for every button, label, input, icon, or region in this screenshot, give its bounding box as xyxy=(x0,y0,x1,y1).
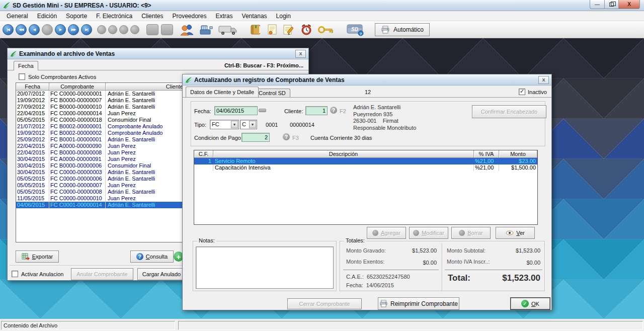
nav-first-button[interactable]: |◀ xyxy=(3,24,14,35)
ver-button[interactable]: Ver xyxy=(496,227,535,239)
col-descripcion[interactable]: Descripción xyxy=(213,150,474,158)
solo-activos-checkbox[interactable] xyxy=(19,73,25,80)
cliente-input[interactable]: 1 xyxy=(305,106,328,115)
borrar-button[interactable]: Borrar xyxy=(451,227,491,239)
edit-note-icon[interactable] xyxy=(282,24,295,36)
col-fecha[interactable]: Fecha xyxy=(16,83,49,91)
menu-item-login[interactable]: Login xyxy=(272,12,295,21)
nav-center-button[interactable] xyxy=(42,24,53,35)
menu-item-f-electr-nica[interactable]: F. Electrónica xyxy=(92,12,137,21)
condicion-help-icon[interactable]: ? xyxy=(283,133,290,140)
sales-row[interactable]: 04/06/2015FC C0001-00000014Adrián E. San… xyxy=(16,202,185,208)
col-comprobante[interactable]: Comprobante xyxy=(49,83,106,91)
sales-row[interactable]: 05/05/2015FC C0000-00000008Adrián E. San… xyxy=(16,189,185,195)
menu-item-extras[interactable]: Extras xyxy=(211,12,237,21)
nav-back-button[interactable]: ◀ xyxy=(29,24,40,35)
cae-line: C.A.E.: 65230252247580 xyxy=(346,274,410,280)
menu-item-general[interactable]: General xyxy=(2,12,33,21)
sales-row[interactable]: 11/05/2015FC C0000-00000010Juan Perez xyxy=(16,195,185,202)
sales-row[interactable]: 30/04/2015FC C0000-00000003Adrián E. San… xyxy=(16,169,185,176)
clients-icon[interactable] xyxy=(180,24,195,36)
info-button[interactable] xyxy=(108,25,117,34)
notas-textarea[interactable] xyxy=(196,246,334,289)
col-monto[interactable]: Monto xyxy=(499,150,537,158)
totales-group: Totales: Monto Gravado: $1,523.00 Monto … xyxy=(340,241,545,291)
certificate-icon[interactable] xyxy=(266,24,278,36)
gray-button-2[interactable] xyxy=(130,25,139,34)
tab-fecha[interactable]: Fecha xyxy=(14,61,38,70)
confirmar-encabezado-button[interactable]: Confirmar Encabezado xyxy=(472,105,546,118)
date-picker-icon[interactable] xyxy=(259,109,266,112)
reimprimir-button[interactable]: Reimprimir Comprobante xyxy=(378,297,459,310)
close-button[interactable]: X xyxy=(619,0,640,9)
consulta-button[interactable]: ? Consulta xyxy=(130,251,174,263)
sales-row[interactable]: 27/09/2012FC B0000-00000010Adrián E. San… xyxy=(16,104,185,110)
sales-row[interactable]: 05/05/2015FC C0000-00000018Consumidor Fi… xyxy=(16,117,185,123)
sales-row[interactable]: 22/04/2015FC A0000-00000090Juan Perez xyxy=(16,143,185,149)
menu-item-proveedores[interactable]: Proveedores xyxy=(168,12,211,21)
sales-row[interactable]: 05/05/2015FC C0000-00000006Adrián E. San… xyxy=(16,176,185,182)
address-book-icon[interactable] xyxy=(249,24,262,36)
exportar-button[interactable]: Exportar xyxy=(16,251,59,263)
activar-anulacion-checkbox[interactable] xyxy=(12,271,18,277)
detail-row[interactable]: 1Servicio Remoto%21,00$23.00 xyxy=(194,158,537,164)
agregar-button[interactable]: Agregar xyxy=(367,227,406,239)
sales-close-button[interactable]: X xyxy=(295,50,306,58)
detail-row[interactable]: Capacitación Intensiva%21,00$1,500.00 xyxy=(194,164,537,171)
square-button-2[interactable] xyxy=(161,24,173,35)
menu-item-clientes[interactable]: Clientes xyxy=(137,12,168,21)
nav-forward-button[interactable]: ▶ xyxy=(55,24,66,35)
sales-row[interactable]: 22/04/2015FC C0000-00000014Juan Perez xyxy=(16,110,185,117)
sales-row[interactable]: 05/05/2015FC C0000-00000007Juan Perez xyxy=(16,182,185,189)
nav-rewind-button[interactable]: ◀◀ xyxy=(16,24,27,35)
sales-row[interactable]: 21/07/2012FC B0002-00000001Comprobante A… xyxy=(16,123,185,130)
sales-row[interactable]: 22/04/2015FC B0000-00000008Juan Perez xyxy=(16,149,185,156)
col-cliente[interactable]: Cliente xyxy=(106,83,185,91)
sales-row[interactable]: 30/04/2015FC A0000-00000091Juan Perez xyxy=(16,156,185,162)
cliente-help-icon[interactable]: ? xyxy=(330,107,337,114)
automatico-button[interactable]: Automático xyxy=(375,23,430,36)
undo-button[interactable] xyxy=(97,25,106,34)
menu-item-ventanas[interactable]: Ventanas xyxy=(237,12,272,21)
letra-dropdown[interactable]: C ▼ xyxy=(240,120,257,129)
voucher-close-button[interactable]: X xyxy=(538,76,549,84)
nav-fastforward-button[interactable]: ▶▶ xyxy=(68,24,79,35)
col-iva[interactable]: % IVA xyxy=(474,150,499,158)
tipo-dropdown[interactable]: FC ▼ xyxy=(210,120,239,129)
cargar-anulado-button[interactable]: Cargar Anulado xyxy=(137,268,186,280)
cell-sc2: FC C0000-00000003 xyxy=(49,169,106,176)
exportar-label: Exportar xyxy=(32,254,53,260)
condicion-input[interactable]: 2 xyxy=(242,133,270,142)
sales-row[interactable]: 30/04/2015FC B0000-00000006Consumidor Fi… xyxy=(16,162,185,169)
tab-control-sd[interactable]: Control SD xyxy=(254,89,290,97)
restore-button[interactable] xyxy=(605,0,619,9)
square-button-1[interactable] xyxy=(146,24,158,35)
sales-row[interactable]: 20/07/2012FC C0000-00000001Adrián E. San… xyxy=(16,91,185,97)
iva-label: Monto IVA Inscr..: xyxy=(447,259,490,265)
sd-help-icon[interactable]: SD ? xyxy=(347,23,365,36)
sales-row[interactable]: 19/09/2012FC B0000-00000007Adrián E. San… xyxy=(16,97,185,104)
cell-sc1: 22/04/2015 xyxy=(16,149,49,156)
inactivo-checkbox[interactable] xyxy=(519,89,525,95)
export-grid-icon xyxy=(22,253,30,260)
anular-comprobante-button[interactable]: Anular Comprobante xyxy=(71,268,133,280)
cell-sc3: Juan Perez xyxy=(106,195,185,202)
fecha-input[interactable]: 04/06/2015 xyxy=(214,106,258,115)
modificar-button[interactable]: Modificar xyxy=(409,227,448,239)
gray-button-1[interactable] xyxy=(119,25,128,34)
alarm-clock-icon[interactable] xyxy=(299,23,313,36)
borrar-label: Borrar xyxy=(467,230,483,236)
key-icon[interactable] xyxy=(317,24,334,35)
sales-row[interactable]: 19/09/2012FC B0002-00000002Comprobante A… xyxy=(16,130,185,136)
menu-item-soporte[interactable]: Soporte xyxy=(61,12,92,21)
truck-icon[interactable] xyxy=(218,24,238,36)
nav-last-button[interactable]: ▶| xyxy=(81,24,92,35)
cash-register-icon[interactable] xyxy=(199,24,214,36)
tab-datos-cliente[interactable]: Datos de Cliente y Detalle xyxy=(186,87,259,97)
ok-button[interactable]: ✓ OK xyxy=(511,298,550,309)
minimize-button[interactable]: — xyxy=(590,0,605,9)
menu-item-edici-n[interactable]: Edición xyxy=(33,12,61,21)
col-cf[interactable]: C.F. xyxy=(194,150,213,158)
sales-row[interactable]: 25/09/2012FC B0001-00000001Adrián E. San… xyxy=(16,136,185,143)
cerrar-comprobante-button[interactable]: Cerrar Comprobante xyxy=(287,298,362,309)
